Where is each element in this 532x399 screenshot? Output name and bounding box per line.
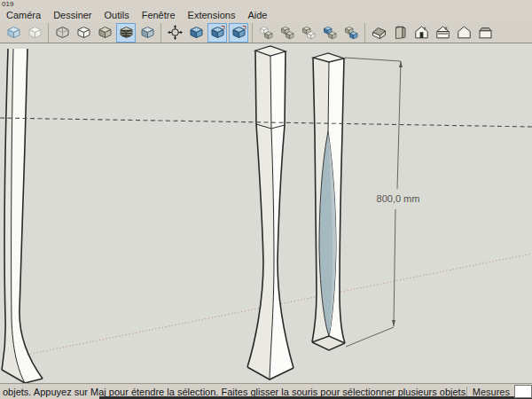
dimension-label[interactable]: 800,0 mm: [377, 193, 420, 204]
view-back-button[interactable]: [433, 23, 452, 43]
component-tool-a-button[interactable]: [256, 23, 276, 43]
cube-wire-icon: [54, 24, 71, 41]
toolbar-group: [48, 23, 160, 43]
two-cubes-d-icon: [322, 24, 339, 41]
cube-ghost-icon: [27, 24, 43, 41]
tool-solid-cube-c-button[interactable]: [229, 23, 248, 43]
two-cubes-a-icon: [258, 24, 275, 41]
toolbar-group: [0, 23, 48, 43]
two-cubes-b-icon: [279, 24, 296, 41]
tool-solid-cube-b-button[interactable]: [207, 23, 227, 43]
view-front-button[interactable]: [411, 23, 431, 43]
cube-shaded-icon: [97, 24, 113, 41]
two-cubes-e-icon: [343, 24, 360, 41]
model-canvas[interactable]: 800,0 mm: [0, 43, 532, 383]
cube-textured-icon: [118, 24, 135, 41]
menu-outils[interactable]: Outils: [98, 9, 136, 22]
menu-extensions[interactable]: Extensions: [182, 9, 242, 22]
view-iso-button[interactable]: [369, 23, 388, 43]
cube-mono-icon: [139, 24, 156, 41]
toolbar-group: [160, 23, 252, 43]
house-iso-icon: [371, 24, 387, 41]
menu-camera[interactable]: Caméra: [0, 9, 47, 22]
toolbar-group: [252, 23, 364, 43]
sketchup-window: { "window": { "title_fragment": "019" },…: [0, 0, 532, 399]
cube-xray-icon: [5, 24, 22, 41]
face-style-xray-button[interactable]: [4, 23, 23, 43]
face-style-hidden-line-button[interactable]: [74, 23, 93, 43]
component-tool-d-button[interactable]: [320, 23, 340, 43]
toolbar-group: [364, 23, 498, 43]
house-back-icon: [434, 24, 451, 41]
window-title: 019: [0, 0, 532, 9]
house-outline-icon: [456, 24, 473, 41]
view-top-button[interactable]: [475, 23, 495, 43]
cube-white-icon: [75, 24, 92, 41]
component-tool-c-button[interactable]: [299, 23, 318, 43]
face-style-shaded-textures-button[interactable]: [116, 23, 136, 43]
two-cubes-c-icon: [301, 24, 317, 41]
status-message: objets. Appuyez sur Maj pour étendre la …: [0, 387, 466, 397]
menu-fenetre[interactable]: Fenêtre: [136, 9, 182, 22]
menu-aide[interactable]: Aide: [241, 9, 273, 22]
house-front-icon: [413, 24, 430, 41]
component-tool-b-button[interactable]: [278, 23, 297, 43]
cube-blue-solid2-icon: [209, 24, 226, 41]
view-box-button[interactable]: [390, 23, 410, 43]
menu-dessiner[interactable]: Dessiner: [47, 9, 98, 22]
cube-blue-solid-icon: [188, 24, 205, 41]
cube-blue-solid2-icon: [231, 24, 247, 41]
face-style-shaded-button[interactable]: [95, 23, 114, 43]
tool-solid-cube-a-button[interactable]: [186, 23, 206, 43]
house-flat-icon: [477, 24, 494, 41]
face-style-back-edges-button[interactable]: [25, 23, 44, 43]
model-leg-right[interactable]: [312, 53, 345, 350]
measures-label: Mesures: [473, 387, 510, 397]
toolbar: [0, 22, 532, 43]
component-tool-e-button[interactable]: [341, 23, 361, 43]
compass-icon: [167, 24, 184, 41]
tool-axes-compass-button[interactable]: [165, 23, 184, 43]
measures-input[interactable]: [514, 385, 532, 398]
box3d-icon: [392, 24, 409, 41]
face-style-monochrome-button[interactable]: [137, 23, 157, 43]
view-left-button[interactable]: [454, 23, 473, 43]
drawing-viewport[interactable]: 800,0 mm: [0, 43, 532, 383]
face-style-wireframe-button[interactable]: [52, 23, 72, 43]
status-divider: [466, 387, 467, 396]
menu-bar: CaméraDessinerOutilsFenêtreExtensionsAid…: [0, 9, 532, 22]
